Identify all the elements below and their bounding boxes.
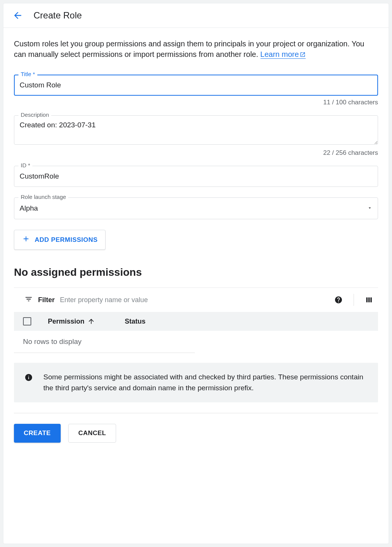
chevron-down-icon — [367, 204, 372, 212]
id-field: ID * — [14, 166, 378, 187]
title-field: Title * — [14, 75, 378, 96]
table-header: Permission Status — [14, 312, 378, 331]
title-char-count: 11 / 100 characters — [14, 99, 378, 106]
plus-icon — [22, 235, 30, 245]
back-arrow-icon[interactable] — [12, 10, 23, 21]
stage-value: Alpha — [20, 204, 38, 212]
info-text: Some permissions might be associated wit… — [43, 372, 368, 393]
description-input[interactable] — [14, 115, 378, 145]
columns-icon[interactable] — [360, 292, 378, 307]
description-field: Description — [14, 115, 378, 146]
stage-label: Role launch stage — [18, 194, 68, 200]
select-all-checkbox[interactable] — [23, 317, 31, 325]
cancel-button[interactable]: CANCEL — [68, 424, 116, 443]
intro-body: Custom roles let you group permissions a… — [14, 40, 364, 58]
action-row: CREATE CANCEL — [14, 413, 378, 443]
learn-more-link[interactable]: Learn more — [260, 50, 306, 59]
id-label: ID * — [18, 162, 32, 168]
sort-asc-icon — [87, 318, 95, 325]
title-input[interactable] — [14, 75, 378, 96]
filter-input[interactable]: Enter property name or value — [60, 296, 148, 304]
add-permissions-button[interactable]: ADD PERMISSIONS — [14, 230, 106, 250]
add-permissions-label: ADD PERMISSIONS — [35, 236, 98, 244]
description-label: Description — [18, 112, 51, 118]
filter-icon — [24, 295, 33, 305]
page-title: Create Role — [34, 10, 82, 21]
filter-label: Filter — [38, 296, 55, 304]
description-char-count: 22 / 256 characters — [14, 149, 378, 157]
info-icon — [24, 373, 33, 383]
intro-text: Custom roles let you group permissions a… — [14, 38, 378, 60]
col-permission[interactable]: Permission — [48, 318, 108, 325]
table-empty-row: No rows to display — [14, 331, 195, 353]
stage-select[interactable]: Alpha — [14, 197, 378, 219]
col-status: Status — [125, 318, 145, 325]
stage-field: Role launch stage Alpha — [14, 197, 378, 219]
id-input[interactable] — [14, 166, 378, 187]
title-label: Title * — [18, 71, 37, 77]
permissions-section-title: No assigned permissions — [14, 266, 378, 278]
filter-bar: Filter Enter property name or value — [14, 287, 378, 312]
page-header: Create Role — [3, 3, 389, 28]
divider — [354, 294, 354, 306]
info-box: Some permissions might be associated wit… — [14, 363, 378, 402]
create-button[interactable]: CREATE — [14, 424, 61, 443]
help-icon[interactable] — [329, 292, 348, 307]
